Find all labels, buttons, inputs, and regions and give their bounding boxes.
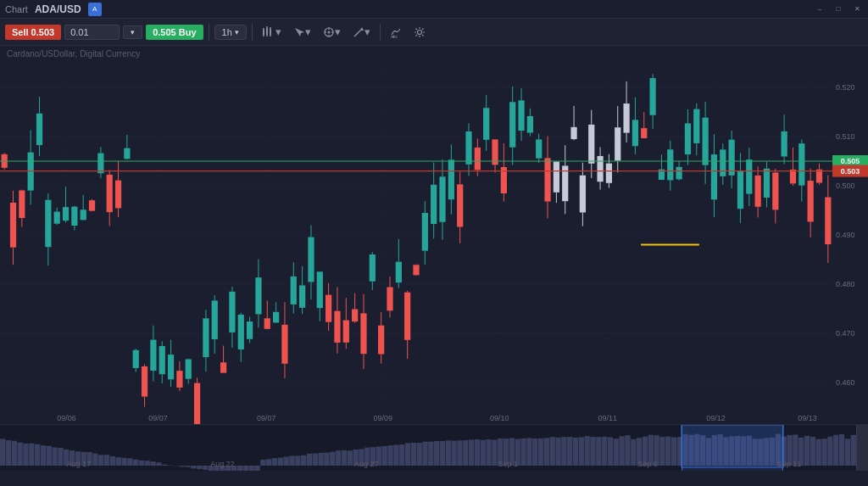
mini-label-sep6: Sep 6 <box>637 460 658 468</box>
mini-label-aug22: Aug 22 <box>210 460 235 468</box>
maximize-button[interactable]: □ <box>832 3 844 15</box>
pair-icon: A <box>88 3 102 16</box>
timeframe-dropdown[interactable]: 1h <box>214 25 247 40</box>
close-button[interactable]: ✕ <box>851 3 863 15</box>
mini-label-aug27: Aug 27 <box>354 460 379 468</box>
separator-2 <box>252 24 253 41</box>
indicators-button[interactable]: abc <box>386 24 406 41</box>
chart-area[interactable]: Cardano/USDollar, Digital Currency <box>0 46 868 424</box>
svg-text:abc: abc <box>391 34 398 38</box>
svg-point-10 <box>327 31 330 33</box>
mini-label-sep1: Sep 1 <box>498 460 519 468</box>
chart-type-button[interactable]: ▾ <box>258 23 286 41</box>
quantity-dropdown[interactable] <box>123 25 142 39</box>
crosshair-button[interactable]: ▾ <box>319 23 345 41</box>
draw-tool-button[interactable]: ▾ <box>348 23 375 41</box>
mini-label-sep11: Sep 11 <box>777 460 802 468</box>
svg-rect-3 <box>266 28 268 35</box>
mini-chart[interactable]: Aug 17 Aug 22 Aug 27 Sep 1 Sep 6 Sep 11 <box>0 424 868 471</box>
pair-label: ADA/USD <box>35 3 81 15</box>
sell-button[interactable]: Sell 0.503 <box>5 25 61 40</box>
mini-chart-labels: Aug 17 Aug 22 Aug 27 Sep 1 Sep 6 Sep 11 <box>0 460 868 468</box>
separator-3 <box>380 24 381 41</box>
app-label: Chart <box>5 4 28 14</box>
separator-1 <box>209 24 209 41</box>
quantity-input[interactable] <box>64 25 120 40</box>
svg-rect-0 <box>263 30 264 35</box>
svg-point-19 <box>417 30 421 34</box>
minimize-button[interactable]: – <box>814 3 826 15</box>
main-chart-canvas[interactable] <box>0 46 868 424</box>
cursor-tool-button[interactable]: ▾ <box>289 23 315 41</box>
window-controls: – □ ✕ <box>814 3 863 15</box>
toolbar: Sell 0.503 0.505 Buy 1h ▾ ▾ <box>0 19 868 46</box>
title-bar: Chart ADA/USD A – □ ✕ <box>0 0 868 19</box>
buy-button[interactable]: 0.505 Buy <box>146 25 203 40</box>
mini-label-aug17: Aug 17 <box>67 460 92 468</box>
svg-marker-16 <box>360 27 364 31</box>
svg-rect-6 <box>270 29 271 35</box>
settings-button[interactable] <box>409 24 430 41</box>
